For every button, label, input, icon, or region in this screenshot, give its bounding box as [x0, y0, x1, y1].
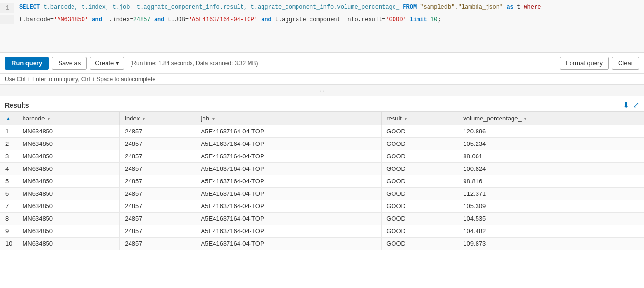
- index-field: t.index=: [102, 16, 133, 23]
- cell-job: A5E41637164-04-TOP: [196, 188, 382, 200]
- sort-icon-index: ▾: [143, 116, 145, 121]
- table-row: 7 MN634850 24857 A5E41637164-04-TOP GOOD…: [0, 200, 644, 213]
- format-query-button[interactable]: Format query: [560, 57, 609, 70]
- cell-row-num: 3: [0, 150, 17, 163]
- hint-bar: Use Ctrl + Enter to run query, Ctrl + Sp…: [0, 74, 644, 85]
- create-button[interactable]: Create ▾: [90, 57, 124, 70]
- run-query-button[interactable]: Run query: [5, 57, 49, 70]
- cell-volume: 105.234: [458, 138, 644, 150]
- cell-job: A5E41637164-04-TOP: [196, 138, 382, 150]
- cell-index: 24857: [120, 213, 196, 225]
- cell-volume: 104.535: [458, 213, 644, 225]
- col-header-index[interactable]: index ▾: [120, 112, 196, 125]
- col-header-barcode[interactable]: barcode ▾: [17, 112, 120, 125]
- cell-job: A5E41637164-04-TOP: [196, 125, 382, 138]
- hint-text: Use Ctrl + Enter to run query, Ctrl + Sp…: [5, 76, 155, 83]
- kw-as: as: [506, 4, 513, 11]
- cell-barcode: MN634850: [17, 150, 120, 163]
- cell-job: A5E41637164-04-TOP: [196, 225, 382, 238]
- barcode-field: t.barcode=: [19, 16, 54, 23]
- index-val: 24857: [133, 16, 151, 23]
- results-body: 1 MN634850 24857 A5E41637164-04-TOP GOOD…: [0, 125, 644, 250]
- cell-barcode: MN634850: [17, 225, 120, 238]
- cell-row-num: 7: [0, 200, 17, 213]
- cell-row-num: 4: [0, 163, 17, 175]
- cell-result: GOOD: [382, 213, 458, 225]
- result-val: 'GOOD': [385, 16, 406, 23]
- kw-and-1: and: [92, 16, 102, 23]
- download-icon[interactable]: ⬇: [623, 100, 629, 109]
- run-info: (Run time: 1.84 seconds, Data scanned: 3…: [130, 60, 258, 67]
- table-name: "sampledb"."lambda_json": [420, 4, 503, 11]
- cell-index: 24857: [120, 238, 196, 250]
- cell-job: A5E41637164-04-TOP: [196, 238, 382, 250]
- cell-row-num: 10: [0, 238, 17, 250]
- cell-job: A5E41637164-04-TOP: [196, 163, 382, 175]
- alias: t: [513, 4, 524, 11]
- cell-barcode: MN634850: [17, 238, 120, 250]
- table-row: 4 MN634850 24857 A5E41637164-04-TOP GOOD…: [0, 163, 644, 175]
- query-editor[interactable]: 1 SELECT t.barcode, t.index, t.job, t.ag…: [0, 0, 644, 53]
- kw-select: SELECT: [19, 4, 40, 11]
- cell-row-num: 6: [0, 188, 17, 200]
- col-header-result[interactable]: result ▾: [382, 112, 458, 125]
- results-title: Results: [5, 101, 29, 109]
- table-row: 1 MN634850 24857 A5E41637164-04-TOP GOOD…: [0, 125, 644, 138]
- save-as-button[interactable]: Save as: [52, 57, 87, 70]
- cell-index: 24857: [120, 188, 196, 200]
- col-header-row[interactable]: ▲: [0, 112, 17, 125]
- cell-volume: 120.896: [458, 125, 644, 138]
- kw-limit: limit: [410, 16, 427, 23]
- cell-result: GOOD: [382, 238, 458, 250]
- sp2: [151, 16, 154, 23]
- cell-index: 24857: [120, 200, 196, 213]
- cell-index: 24857: [120, 175, 196, 188]
- cell-row-num: 9: [0, 225, 17, 238]
- clear-button[interactable]: Clear: [612, 57, 639, 70]
- cell-job: A5E41637164-04-TOP: [196, 150, 382, 163]
- sort-icon-result: ▾: [405, 116, 407, 121]
- cell-job: A5E41637164-04-TOP: [196, 213, 382, 225]
- cell-index: 24857: [120, 125, 196, 138]
- code-content-2[interactable]: t.barcode='MN634850' and t.index=24857 a…: [14, 15, 644, 24]
- cell-job: A5E41637164-04-TOP: [196, 175, 382, 188]
- expand-icon[interactable]: ⤢: [633, 100, 639, 109]
- code-line-2: t.barcode='MN634850' and t.index=24857 a…: [0, 14, 644, 25]
- cell-result: GOOD: [382, 188, 458, 200]
- sort-icon-job: ▾: [212, 116, 215, 121]
- toolbar: Run query Save as Create ▾ (Run time: 1.…: [0, 53, 644, 74]
- barcode-val: 'MN634850': [54, 16, 88, 23]
- cell-result: GOOD: [382, 150, 458, 163]
- code-line-1: 1 SELECT t.barcode, t.index, t.job, t.ag…: [0, 2, 644, 14]
- cell-volume: 100.824: [458, 163, 644, 175]
- job-field: t.JOB=: [164, 16, 188, 23]
- col-header-job[interactable]: job ▾: [196, 112, 382, 125]
- cell-row-num: 1: [0, 125, 17, 138]
- sp5: [427, 16, 430, 23]
- table-row: 9 MN634850 24857 A5E41637164-04-TOP GOOD…: [0, 225, 644, 238]
- line-number-2: [0, 15, 14, 24]
- semicolon: ;: [437, 16, 441, 23]
- cell-barcode: MN634850: [17, 138, 120, 150]
- table-row: 2 MN634850 24857 A5E41637164-04-TOP GOOD…: [0, 138, 644, 150]
- cell-barcode: MN634850: [17, 175, 120, 188]
- cell-volume: 88.061: [458, 150, 644, 163]
- sort-up-icon: ▲: [5, 115, 11, 122]
- code-content-1[interactable]: SELECT t.barcode, t.index, t.job, t.aggr…: [14, 3, 644, 13]
- col-header-volume[interactable]: volume_percentage_ ▾: [458, 112, 644, 125]
- cell-row-num: 5: [0, 175, 17, 188]
- chevron-down-icon: ▾: [116, 60, 119, 67]
- table-header: ▲ barcode ▾ index ▾ job ▾ result ▾ volum…: [0, 112, 644, 125]
- table-row: 8 MN634850 24857 A5E41637164-04-TOP GOOD…: [0, 213, 644, 225]
- cell-barcode: MN634850: [17, 213, 120, 225]
- cell-index: 24857: [120, 138, 196, 150]
- cell-result: GOOD: [382, 225, 458, 238]
- line-number-1: 1: [0, 3, 14, 13]
- resize-divider[interactable]: ···: [0, 85, 644, 96]
- cell-volume: 109.873: [458, 238, 644, 250]
- results-icons: ⬇ ⤢: [623, 100, 639, 109]
- cell-barcode: MN634850: [17, 163, 120, 175]
- kw-from: FROM: [403, 4, 417, 11]
- table-row: 10 MN634850 24857 A5E41637164-04-TOP GOO…: [0, 238, 644, 250]
- sort-icon-barcode: ▾: [48, 116, 50, 121]
